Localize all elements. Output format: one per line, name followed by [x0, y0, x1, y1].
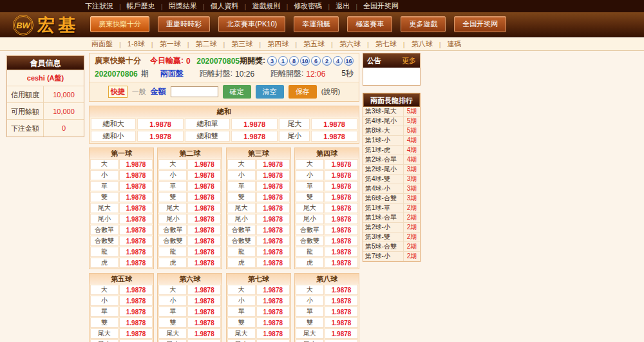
topbar-link[interactable]: 全国开奖网 [362, 1, 400, 11]
bet-option-odds[interactable]: 1.9878 [187, 328, 221, 339]
bet-option-label[interactable]: 合數雙 [227, 236, 256, 246]
bet-option-odds[interactable]: 1.9878 [187, 247, 221, 257]
bet-option-label[interactable]: 尾小 [279, 131, 310, 142]
bet-option-odds[interactable]: 1.9878 [325, 170, 358, 180]
bet-option-odds[interactable]: 1.9878 [325, 339, 358, 342]
topbar-link[interactable]: 帳戶歷史 [126, 1, 156, 11]
bet-option-odds[interactable]: 1.9878 [325, 296, 358, 306]
bet-option-label[interactable]: 尾小 [227, 339, 256, 342]
bet-option-label[interactable]: 尾大 [158, 203, 187, 213]
bet-option-label[interactable]: 小 [90, 296, 118, 306]
bet-option-label[interactable]: 虎 [227, 258, 256, 268]
bet-option-odds[interactable]: 1.9878 [325, 247, 358, 257]
bet-option-label[interactable]: 大 [158, 159, 187, 169]
bet-option-label[interactable]: 雙 [158, 192, 187, 202]
bet-option-odds[interactable]: 1.9878 [119, 307, 153, 317]
bet-option-label[interactable]: 龍 [227, 247, 256, 257]
game-tab[interactable]: 北京賽車(PK10) [218, 16, 285, 32]
clear-button[interactable]: 清空 [256, 85, 284, 99]
bet-option-odds[interactable]: 1.9878 [187, 236, 221, 246]
bet-option-odds[interactable]: 1.9878 [325, 214, 358, 224]
subnav-link[interactable]: 第五球 [302, 39, 326, 49]
bet-option-odds[interactable]: 1.9878 [187, 214, 221, 224]
bet-option-label[interactable]: 大 [227, 159, 256, 169]
topbar-link[interactable]: 修改密碼 [292, 1, 323, 11]
bet-option-odds[interactable]: 1.9878 [231, 131, 278, 142]
bet-option-label[interactable]: 單 [90, 181, 118, 191]
bet-option-label[interactable]: 小 [296, 170, 324, 180]
bet-option-odds[interactable]: 1.9878 [187, 307, 221, 317]
bet-option-odds[interactable]: 1.9878 [187, 181, 221, 191]
bet-option-odds[interactable]: 1.9878 [119, 170, 153, 180]
bet-option-label[interactable]: 尾小 [158, 214, 187, 224]
bet-option-label[interactable]: 雙 [227, 192, 256, 202]
bet-option-odds[interactable]: 1.9878 [119, 339, 153, 342]
topbar-link[interactable]: 個人資料 [209, 1, 240, 11]
bet-option-label[interactable]: 總和大 [91, 119, 136, 129]
subnav-link[interactable]: 第二球 [194, 39, 218, 49]
save-button[interactable]: 保存 [289, 85, 317, 99]
bet-option-odds[interactable]: 1.9878 [256, 236, 290, 246]
subnav-link[interactable]: 1-8球 [126, 39, 146, 49]
bet-option-odds[interactable]: 1.9878 [256, 339, 290, 342]
subnav-link[interactable]: 連碼 [446, 39, 463, 49]
bet-option-odds[interactable]: 1.9878 [325, 328, 358, 339]
bet-option-label[interactable]: 雙 [227, 318, 256, 328]
bet-option-label[interactable]: 總和雙 [185, 131, 230, 142]
bet-option-odds[interactable]: 1.9878 [119, 247, 153, 257]
bet-option-label[interactable]: 尾大 [158, 328, 187, 339]
bet-option-odds[interactable]: 1.9878 [325, 159, 358, 169]
bet-option-label[interactable]: 龍 [158, 247, 187, 257]
bet-option-label[interactable]: 單 [90, 307, 118, 317]
subnav-link[interactable]: 兩面盤 [90, 39, 114, 49]
bet-option-odds[interactable]: 1.9878 [187, 285, 221, 295]
bet-option-label[interactable]: 單 [227, 181, 256, 191]
bet-option-odds[interactable]: 1.9878 [325, 192, 358, 202]
confirm-button[interactable]: 確定 [223, 85, 251, 99]
bet-option-label[interactable]: 尾大 [296, 328, 324, 339]
bet-option-label[interactable]: 合數雙 [296, 236, 324, 246]
game-tab[interactable]: 幸運飛艇 [294, 16, 339, 32]
bet-option-odds[interactable]: 1.9878 [256, 328, 290, 339]
bet-option-label[interactable]: 大 [158, 285, 187, 295]
bet-option-label[interactable]: 尾小 [296, 339, 324, 342]
bet-option-label[interactable]: 總和單 [185, 119, 230, 129]
bet-option-odds[interactable]: 1.9878 [325, 203, 358, 213]
bet-option-label[interactable]: 合數雙 [158, 236, 187, 246]
bet-option-label[interactable]: 大 [296, 159, 324, 169]
bet-option-odds[interactable]: 1.9878 [187, 339, 221, 342]
bet-option-odds[interactable]: 1.9878 [119, 318, 153, 328]
subnav-link[interactable]: 第七球 [374, 39, 398, 49]
amount-input[interactable] [171, 86, 218, 97]
game-tab[interactable]: 重慶時時彩 [158, 16, 210, 32]
bet-option-odds[interactable]: 1.9878 [119, 285, 153, 295]
bet-option-label[interactable]: 尾小 [158, 339, 187, 342]
subnav-link[interactable]: 第三球 [230, 39, 254, 49]
bet-option-odds[interactable]: 1.9878 [256, 203, 290, 213]
bet-option-label[interactable]: 單 [227, 307, 256, 317]
bet-option-odds[interactable]: 1.9878 [187, 159, 221, 169]
bet-option-label[interactable]: 合數單 [158, 225, 187, 235]
bet-option-label[interactable]: 小 [296, 296, 324, 306]
bet-option-odds[interactable]: 1.9878 [119, 296, 153, 306]
bet-option-odds[interactable]: 1.9878 [325, 307, 358, 317]
bet-option-label[interactable]: 雙 [90, 318, 118, 328]
bet-option-label[interactable]: 小 [227, 296, 256, 306]
bet-option-odds[interactable]: 1.9878 [325, 318, 358, 328]
bet-option-odds[interactable]: 1.9878 [137, 131, 184, 142]
bet-option-odds[interactable]: 1.9878 [187, 192, 221, 202]
announcement-more-link[interactable]: 更多 [402, 56, 416, 66]
bet-option-label[interactable]: 單 [296, 307, 324, 317]
bet-option-label[interactable]: 大 [227, 285, 256, 295]
normal-mode-button[interactable]: 一般 [132, 87, 146, 97]
bet-option-label[interactable]: 大 [90, 285, 118, 295]
bet-option-odds[interactable]: 1.9878 [325, 258, 358, 268]
bet-option-odds[interactable]: 1.9878 [187, 296, 221, 306]
bet-option-odds[interactable]: 1.9878 [256, 296, 290, 306]
bet-option-odds[interactable]: 1.9878 [256, 247, 290, 257]
bet-option-label[interactable]: 小 [158, 296, 187, 306]
bet-option-label[interactable]: 尾大 [279, 119, 310, 129]
bet-option-label[interactable]: 單 [296, 181, 324, 191]
help-link[interactable]: (說明) [321, 87, 340, 97]
bet-option-label[interactable]: 尾小 [227, 214, 256, 224]
